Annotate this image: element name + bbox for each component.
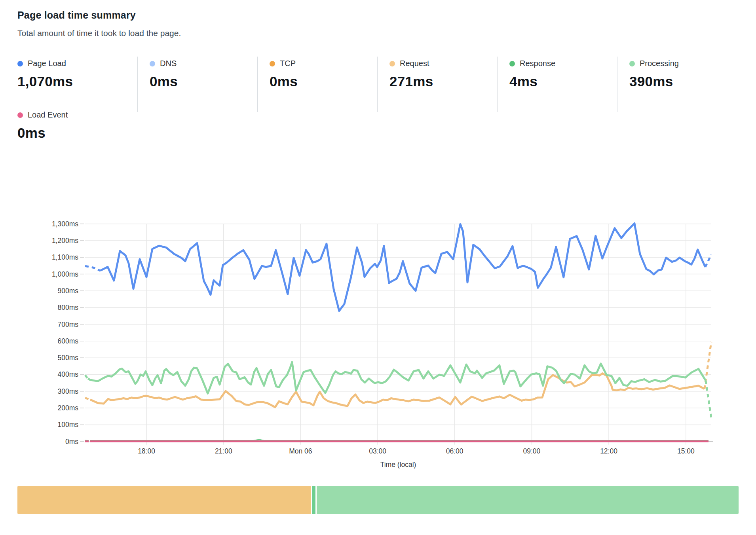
series-page-load (100, 223, 705, 311)
y-tick-label: 0ms (65, 438, 78, 446)
y-tick-label: 800ms (57, 304, 78, 311)
x-axis-title: Time (local) (380, 461, 416, 469)
usage-bar-segment-request-share[interactable] (17, 486, 311, 514)
series-page-load-dashed (705, 255, 711, 267)
usage-bar[interactable] (17, 486, 739, 514)
y-tick-label: 100ms (57, 421, 78, 429)
y-tick-label: 1,300ms (52, 220, 78, 228)
y-tick-label: 1,000ms (52, 270, 78, 278)
x-tick-label: 06:00 (446, 447, 463, 455)
y-tick-label: 900ms (57, 287, 78, 295)
y-tick-label: 1,100ms (52, 253, 78, 261)
y-tick-label: 1,200ms (52, 237, 78, 245)
x-tick-label: 15:00 (677, 447, 695, 455)
y-tick-label: 200ms (57, 404, 78, 412)
y-tick-label: 700ms (57, 321, 78, 328)
series-processing-dashed (706, 381, 711, 418)
y-tick-label: 600ms (57, 337, 78, 345)
load-time-chart[interactable]: 0ms100ms200ms300ms400ms500ms600ms700ms80… (0, 0, 756, 535)
series-request-dashed (85, 398, 90, 400)
x-tick-label: 12:00 (600, 447, 617, 455)
series-page-load-dashed (85, 266, 100, 271)
x-tick-label: 09:00 (523, 447, 541, 455)
series-processing-dashed (85, 375, 88, 379)
x-tick-label: 21:00 (215, 447, 232, 455)
x-tick-label: 03:00 (369, 447, 386, 455)
y-tick-label: 400ms (57, 370, 78, 378)
usage-bar-segment-processing-share[interactable] (317, 486, 739, 514)
y-tick-label: 300ms (57, 387, 78, 395)
y-tick-label: 500ms (57, 354, 78, 362)
x-tick-label: 18:00 (138, 447, 155, 455)
usage-bar-segment-response-share[interactable] (312, 486, 315, 514)
x-tick-label: Mon 06 (289, 447, 312, 455)
